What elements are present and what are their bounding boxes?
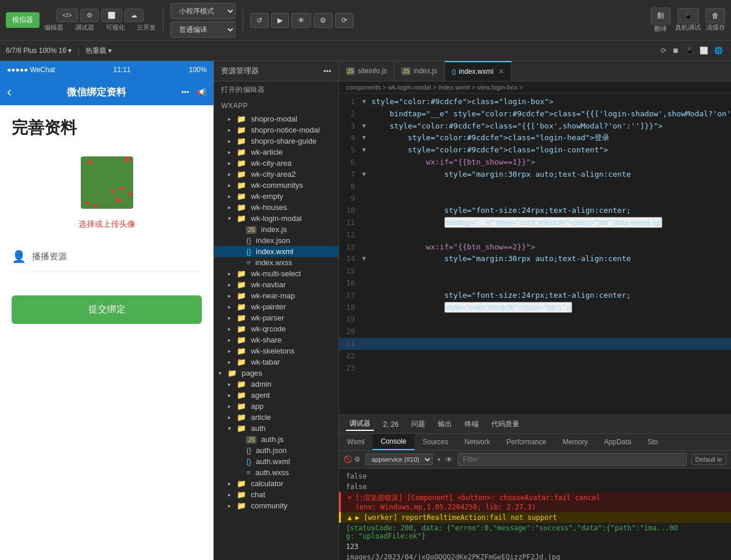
debugger-tab-appdata[interactable]: AppData [596, 434, 640, 450]
wk-city-area-label: wk-city-area [251, 159, 291, 167]
debugger-toolbar-item-output[interactable]: 输出 [434, 418, 455, 430]
clear-cache-btn[interactable]: 🗑 [705, 8, 725, 23]
debugger-toolbar-item-terminal[interactable]: 终端 [461, 418, 482, 430]
file-item-app[interactable]: ▸📁 app [214, 401, 338, 412]
stop-icon[interactable]: ⏹ [672, 47, 679, 55]
phone-icon[interactable]: 📱 [685, 47, 694, 55]
auth-label: auth [251, 424, 265, 433]
editor-btn[interactable]: </> [56, 9, 79, 22]
debugger-tab-sto[interactable]: Sto [640, 434, 666, 450]
tablet-icon[interactable]: ⬜ [700, 47, 708, 55]
shopro-modal-icon: 📁 [237, 115, 246, 123]
real-debug-btn[interactable]: 📱 [677, 8, 699, 23]
translate-btn[interactable]: 翻 [651, 8, 671, 24]
settings-btn[interactable]: ⚙ [313, 13, 333, 28]
preview-play-btn[interactable]: ▶ [271, 13, 289, 28]
file-item-agent[interactable]: ▸📁 agent [214, 390, 338, 401]
auth.wxss-icon: ≡ [246, 468, 251, 477]
debugger-tab-wxml[interactable]: Wxml [339, 434, 373, 450]
cloud-btn[interactable]: ☁ [124, 9, 144, 22]
article-label: article [251, 413, 271, 422]
refresh-btn[interactable]: ↺ [250, 13, 269, 28]
debugger-tab-network[interactable]: Network [457, 434, 498, 450]
eye-btn[interactable]: 👁 [291, 13, 311, 28]
size-label[interactable]: 6/7/8 Plus 100% 16 ▾ [6, 47, 72, 55]
code-line-13: 13 wx:if="{{btn_show==2}}"> [339, 241, 731, 254]
file-item-wk-login-modal[interactable]: ▾📁 wk-login-modal [214, 213, 338, 224]
debugger-tab-performance[interactable]: Performance [498, 434, 555, 450]
wk-tabar-label: wk-tabar [251, 358, 280, 366]
phone-panel: ●●●●● WeChat 11:11 100% ‹ 微信绑定资料 ••• 📢 完… [0, 61, 214, 560]
file-item-shopro-modal[interactable]: ▸📁 shopro-modal [214, 113, 338, 124]
file-item-wk-communitys[interactable]: ▸📁 wk-communitys [214, 180, 338, 191]
file-item-auth.wxss[interactable]: ≡ auth.wxss [214, 467, 338, 478]
auth.wxss-label: auth.wxss [255, 468, 289, 477]
rotate-icon[interactable]: ⟳ [661, 47, 666, 55]
hotreload-label[interactable]: 热重载 ▾ [85, 46, 112, 56]
back-btn[interactable]: ‹ [7, 84, 12, 100]
file-item-wk-city-area2[interactable]: ▸📁 wk-city-area2 [214, 169, 338, 180]
file-item-wk-article[interactable]: ▸📁 wk-article [214, 147, 338, 158]
file-item-auth.wxml[interactable]: {} auth.wxml [214, 456, 338, 467]
debugger-btn[interactable]: ⚙ [80, 9, 99, 22]
tab-index-wxml[interactable]: {} index.wxml ✕ [445, 61, 512, 81]
open-editors-label: 打开的编辑器 [214, 81, 338, 98]
service-select[interactable]: appservice (#10) [365, 454, 433, 465]
tab-siteinfo-js[interactable]: JS siteinfo.js [339, 61, 395, 81]
top-toolbar: 模拟器 </> ⚙ ⬜ ☁ 编辑器 调试器 可视化 云开发 小程序模式 普通编译… [0, 0, 731, 41]
debugger-tab-sources[interactable]: Sources [415, 434, 457, 450]
file-item-shopro-share-guide[interactable]: ▸📁 shopro-share-guide [214, 135, 338, 147]
file-item-index.json[interactable]: {} index.json [214, 235, 338, 246]
submit-btn[interactable]: 提交绑定 [12, 295, 202, 324]
debugger-tab-console[interactable]: Console [373, 434, 415, 450]
file-item-wk-tabar[interactable]: ▸📁 wk-tabar [214, 356, 338, 368]
file-item-wk-painter[interactable]: ▸📁 wk-painter [214, 301, 338, 312]
file-item-auth.js[interactable]: JS auth.js [214, 434, 338, 445]
file-item-auth.json[interactable]: {} auth.json [214, 445, 338, 456]
visual-btn[interactable]: ⬜ [101, 9, 122, 22]
mode-select[interactable]: 小程序模式 [170, 3, 236, 19]
file-item-wk-houses[interactable]: ▸📁 wk-houses [214, 202, 338, 213]
code-editor[interactable]: 1▼style="color:#9cdcfe">class="login-box… [339, 94, 731, 415]
simulator-btn[interactable]: 模拟器 [6, 12, 40, 28]
tab-index-js[interactable]: JS index.js [394, 61, 444, 81]
eye-filter-icon[interactable]: 👁 [445, 455, 453, 464]
file-item-wk-skeletons[interactable]: ▸📁 wk-skeletons [214, 345, 338, 356]
default-levels[interactable]: Default le [691, 454, 726, 465]
file-item-wk-share[interactable]: ▸📁 wk-share [214, 334, 338, 345]
file-item-wk-city-area[interactable]: ▸📁 wk-city-area [214, 158, 338, 169]
file-item-wk-multi-select[interactable]: ▸📁 wk-multi-select [214, 268, 338, 279]
upload-link[interactable]: 选择或上传头像 [79, 219, 135, 230]
file-item-admin[interactable]: ▸📁 admin [214, 379, 338, 390]
file-item-wk-navbar[interactable]: ▸📁 wk-navbar [214, 279, 338, 290]
file-item-auth[interactable]: ▾📁 auth [214, 423, 338, 434]
compile-select[interactable]: 普通编译 [170, 22, 236, 38]
file-item-chat[interactable]: ▸📁 chat [214, 489, 338, 500]
console-line: images/3/2023/04/jxQoOQQQ2dKe2PKZFmGeEQi… [339, 552, 731, 560]
file-item-index.wxml[interactable]: {} index.wxml [214, 246, 338, 257]
file-item-pages[interactable]: ▾📁 pages [214, 368, 338, 379]
debugger-toolbar-item-quality[interactable]: 代码质量 [488, 418, 523, 430]
debugger-toolbar-item-debugger[interactable]: 调试器 [346, 418, 374, 431]
file-item-shopro-notice-modal[interactable]: ▸📁 shopro-notice-modal [214, 124, 338, 135]
filter-input[interactable] [458, 453, 687, 466]
file-item-community[interactable]: ▸📁 community [214, 500, 338, 511]
avatar-container[interactable] [81, 156, 133, 209]
debugger-tab-memory[interactable]: Memory [554, 434, 596, 450]
file-item-wk-near-map[interactable]: ▸📁 wk-near-map [214, 290, 338, 301]
file-item-index.js[interactable]: JS index.js [214, 224, 338, 235]
globe-icon[interactable]: 🌐 [714, 47, 723, 55]
debugger-toolbar-item-issues[interactable]: 问题 [408, 418, 429, 430]
share-btn[interactable]: ⟳ [335, 13, 354, 28]
file-item-wk-parser[interactable]: ▸📁 wk-parser [214, 312, 338, 323]
file-item-index.wxss[interactable]: ≡ index.wxss [214, 257, 338, 268]
shopro-share-guide-label: shopro-share-guide [251, 137, 316, 145]
more-icon[interactable]: ••• [323, 67, 331, 76]
file-item-wk-qrcode[interactable]: ▸📁 wk-qrcode [214, 323, 338, 334]
nav-dots[interactable]: ••• [181, 88, 190, 97]
file-item-wk-empty[interactable]: ▸📁 wk-empty [214, 191, 338, 202]
file-item-article[interactable]: ▸📁 article [214, 412, 338, 423]
console-line: {statusCode: 200, data: {"errno":0,"mess… [339, 523, 731, 541]
file-item-calculator[interactable]: ▸📁 calculator [214, 478, 338, 489]
tab-close-btn[interactable]: ✕ [498, 67, 504, 76]
